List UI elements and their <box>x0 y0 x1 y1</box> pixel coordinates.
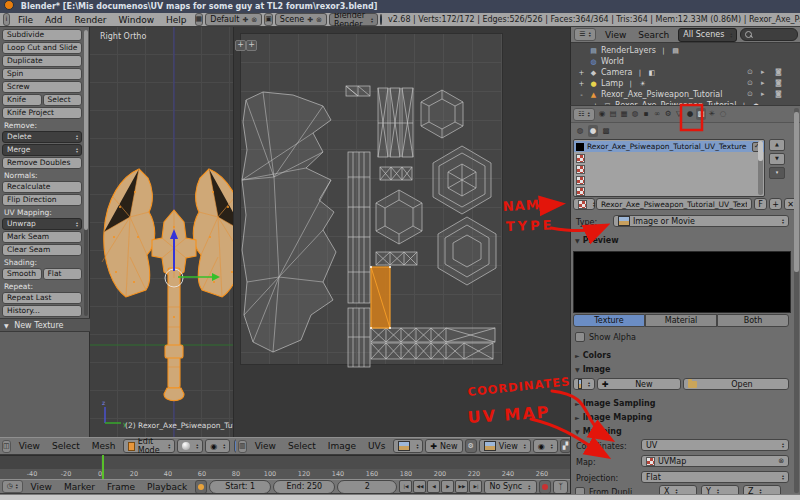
expand-icon[interactable]: - <box>577 91 586 99</box>
viewport-editor-type-icon[interactable]: ◫ <box>2 440 11 453</box>
region-expand-icon-2[interactable]: + <box>246 40 257 51</box>
texture-slot-empty[interactable] <box>574 186 764 197</box>
delete-scene-icon[interactable]: ⊗ <box>316 16 322 24</box>
axis-z-select[interactable]: Z <box>743 485 781 494</box>
preview-range-icon[interactable] <box>195 480 207 494</box>
add-screen-icon[interactable]: ✚ <box>242 16 248 24</box>
image-pin-button[interactable]: ⚙ <box>465 439 477 453</box>
axis-x-select[interactable]: X <box>659 485 697 494</box>
uv-menu-select[interactable]: Select <box>282 441 322 451</box>
preview-tab-both[interactable]: Both <box>717 314 789 327</box>
preview-panel-header[interactable]: ▼Preview <box>575 235 619 245</box>
uv-menu-uvs[interactable]: UVs <box>362 441 391 451</box>
slot-move-up-button[interactable]: ▲ <box>769 139 785 151</box>
texture-slot-empty[interactable] <box>574 175 764 186</box>
context-tab-physics[interactable]: ◌ <box>718 108 728 120</box>
tool-history[interactable]: History... <box>2 305 82 317</box>
timeline-menu-marker[interactable]: Marker <box>58 482 101 492</box>
preview-tab-material[interactable]: Material <box>645 314 717 327</box>
image-new-button[interactable]: ✚ New <box>425 439 462 453</box>
texture-slot-empty[interactable] <box>574 153 764 164</box>
tool-flat[interactable]: Flat <box>43 268 83 280</box>
record-button[interactable] <box>539 480 551 494</box>
texture-browse-button[interactable] <box>573 198 595 210</box>
show-alpha-checkbox[interactable] <box>575 332 585 342</box>
subtab-material-texture[interactable]: ● <box>588 125 598 137</box>
outliner-row-camera[interactable]: +◆Camera|◧⊙▸◙ <box>571 67 800 78</box>
add-scene-icon[interactable]: ✚ <box>307 16 313 24</box>
context-tab-render-layers[interactable]: ▤ <box>608 108 618 120</box>
outliner-item-label[interactable]: Lamp <box>601 79 623 88</box>
delete-screen-icon[interactable]: ⊗ <box>251 16 257 24</box>
prev-keyframe-button[interactable]: ◀◀ <box>413 480 426 493</box>
restrict-view-icon[interactable]: ⊙ <box>747 79 753 87</box>
tool-mark-seam[interactable]: Mark Seam <box>2 231 82 243</box>
scene-icon[interactable]: ▣ <box>264 13 273 26</box>
colors-panel-header[interactable]: ►Colors <box>575 350 611 360</box>
screen-layout-select[interactable]: Default ✚ ⊗ <box>205 13 262 26</box>
uv-display-mode-select[interactable]: View <box>479 439 531 453</box>
restrict-render-icon[interactable]: ◙ <box>775 90 782 98</box>
uv-editor-type-icon[interactable]: ▥ <box>238 440 247 453</box>
image-browse-select[interactable] <box>393 439 423 453</box>
tool-screw[interactable]: Screw <box>2 81 82 93</box>
outliner-item-label[interactable]: World <box>601 57 624 66</box>
outliner[interactable]: ☰ ViewSearch All Scenes ▤RenderLayers|▤ … <box>570 27 800 105</box>
axis-y-select[interactable]: Y <box>701 485 739 494</box>
outliner-item-label[interactable]: Rexor_Axe_Psiweapon_Tutorial <box>601 90 722 99</box>
viewport-3d[interactable]: Right Ortho <box>90 27 233 437</box>
sync-mode-select[interactable]: No Sync <box>484 480 537 494</box>
outliner-menu-view[interactable]: View <box>599 30 632 40</box>
texture-slot-selected[interactable]: Rexor_Axe_Psiweapon_Tutorial_UV_Texture✓ <box>574 141 764 152</box>
outliner-scope-select[interactable]: All Scenes <box>678 28 737 42</box>
properties-scrollbar[interactable] <box>794 108 799 493</box>
subtab-other-texture[interactable]: ▩ <box>601 125 611 137</box>
context-tab-object-data[interactable]: ▽ <box>674 108 684 120</box>
tool-smooth[interactable]: Smooth <box>2 268 42 280</box>
restrict-select-icon[interactable]: ▸ <box>761 90 765 98</box>
slot-move-down-button[interactable]: ▼ <box>769 153 785 165</box>
outliner-menu-search[interactable]: Search <box>632 30 675 40</box>
outliner-row-world[interactable]: ◍World <box>571 56 800 67</box>
context-tab-scene[interactable]: ▦ <box>619 108 629 120</box>
texture-slot-list[interactable]: Rexor_Axe_Psiweapon_Tutorial_UV_Texture✓ <box>573 139 765 197</box>
tool-recalculate[interactable]: Recalculate <box>2 181 82 193</box>
tool-repeat-last[interactable]: Repeat Last <box>2 292 82 304</box>
image-browse-button[interactable] <box>573 378 595 390</box>
next-keyframe-button[interactable]: ▶▶ <box>455 480 468 493</box>
slot-list-scrollbar[interactable] <box>758 141 763 195</box>
pivot-select[interactable]: ◉ <box>205 439 230 453</box>
image-panel-header[interactable]: ▼Image <box>575 364 611 374</box>
timeline-editor-type-icon[interactable]: ◷ <box>2 480 23 493</box>
outliner-search-field[interactable] <box>740 28 798 41</box>
fake-user-button[interactable]: F <box>754 198 767 210</box>
info-menu-window[interactable]: Window <box>113 15 161 25</box>
outliner-item-label[interactable]: Camera <box>601 68 632 77</box>
uv-sync-select-icon[interactable]: ▞ <box>560 439 570 453</box>
texture-type-select[interactable]: Image or Movie <box>613 215 789 227</box>
tool-loop-cut-and-slide[interactable]: Loop Cut and Slide <box>2 42 82 54</box>
mapping-panel-header[interactable]: ▼Mapping <box>575 426 622 436</box>
mode-select[interactable]: Edit Mode <box>123 439 175 453</box>
uv-map-field[interactable]: UVMap ⊗ <box>641 455 789 467</box>
info-menu-help[interactable]: Help <box>160 15 193 25</box>
new-texture-button[interactable]: + <box>769 198 782 210</box>
uv-menu-view[interactable]: View <box>249 441 282 451</box>
context-tab-particles[interactable]: ✳ <box>707 108 717 120</box>
tool-duplicate[interactable]: Duplicate <box>2 55 82 67</box>
info-menu-add[interactable]: Add <box>39 15 68 25</box>
viewport-menu-view[interactable]: View <box>13 441 46 451</box>
image-sampling-panel-header[interactable]: ►Image Sampling <box>575 398 655 408</box>
context-tab-material[interactable]: ● <box>685 108 695 120</box>
context-tab-texture[interactable]: ▩ <box>696 108 706 120</box>
viewport-shading-select[interactable] <box>177 439 203 453</box>
context-tab-constraints[interactable]: ∞ <box>652 108 662 120</box>
timeline-menu-playback[interactable]: Playback <box>141 482 193 492</box>
context-tab-render[interactable]: ◉ <box>597 108 607 120</box>
tool-subdivide[interactable]: Subdivide <box>2 29 82 41</box>
image-new-button-props[interactable]: ✚New <box>597 378 681 390</box>
coordinates-select[interactable]: UV <box>641 439 789 451</box>
screen-layout-icon[interactable]: ▦ <box>195 13 204 26</box>
outliner-editor-type-icon[interactable]: ☰ <box>574 28 596 41</box>
preview-tab-texture[interactable]: Texture <box>573 314 645 327</box>
